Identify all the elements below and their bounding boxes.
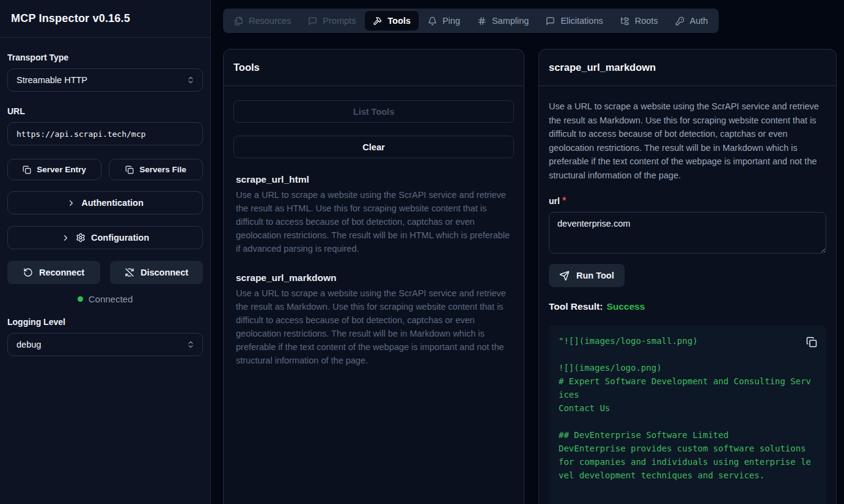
tool-result-label: Tool Result: — [549, 301, 603, 312]
logging-level-label: Logging Level — [7, 317, 203, 327]
tool-description: Use a URL to scrape a website using the … — [549, 100, 826, 182]
tab-auth[interactable]: Auth — [667, 11, 716, 31]
hash-icon — [477, 16, 486, 26]
key-icon — [675, 16, 684, 26]
tool-result-status: Success — [606, 301, 645, 312]
tab-elicitations[interactable]: Elicitations — [538, 11, 611, 31]
tool-list-item-scrape-url-markdown[interactable]: scrape_url_markdown Use a URL to scrape … — [236, 272, 512, 367]
hammer-icon — [373, 16, 382, 26]
server-entry-button[interactable]: Server Entry — [7, 159, 101, 180]
tools-panel: Tools List Tools Clear scrape_url_html U… — [223, 49, 524, 504]
tool-output-block: "![](images/logo-small.png) ![](images/l… — [549, 325, 826, 504]
bell-icon — [428, 16, 437, 26]
gear-icon — [76, 233, 86, 243]
authentication-toggle[interactable]: Authentication — [7, 191, 203, 214]
tool-detail-title: scrape_url_markdown — [549, 62, 656, 73]
tab-tools[interactable]: Tools — [365, 11, 419, 31]
message-square-icon — [308, 16, 317, 26]
clear-button[interactable]: Clear — [233, 136, 514, 158]
folder-tree-icon — [620, 16, 629, 26]
tool-result-line: Tool Result:Success — [549, 301, 826, 312]
servers-file-button[interactable]: Servers File — [109, 159, 203, 180]
copy-icon — [125, 166, 134, 174]
chevron-right-icon — [67, 199, 76, 208]
sidebar-header: MCP Inspector v0.16.5 — [0, 0, 210, 38]
transport-type-label: Transport Type — [7, 53, 203, 62]
app-title: MCP Inspector v0.16.5 — [11, 12, 130, 25]
url-field-label: url — [549, 196, 560, 206]
sidebar: MCP Inspector v0.16.5 Transport Type Str… — [0, 0, 211, 504]
tab-sampling[interactable]: Sampling — [469, 11, 537, 31]
tools-panel-title: Tools — [233, 62, 260, 73]
url-input[interactable] — [7, 122, 203, 145]
tab-prompts[interactable]: Prompts — [300, 11, 364, 31]
configuration-toggle[interactable]: Configuration — [7, 226, 203, 249]
connection-status: Connected — [7, 292, 203, 305]
logging-level-select[interactable]: debug — [7, 333, 203, 356]
message-square-icon — [546, 16, 555, 26]
transport-type-value: Streamable HTTP — [17, 75, 87, 85]
disconnect-button[interactable]: Disconnect — [110, 261, 203, 284]
list-tools-button[interactable]: List Tools — [233, 100, 514, 123]
status-dot — [78, 296, 83, 302]
tool-detail-header: scrape_url_markdown — [539, 49, 836, 86]
logging-level-value: debug — [17, 340, 41, 349]
chevrons-up-down-icon — [186, 340, 195, 349]
url-field-input[interactable]: deventerprise.com — [549, 212, 826, 254]
status-label: Connected — [89, 294, 133, 304]
files-icon — [234, 16, 243, 26]
tab-bar: Resources Prompts Tools Ping Sampling El… — [223, 9, 719, 33]
tool-output-text: "![](images/logo-small.png) ![](images/l… — [559, 334, 813, 482]
tool-detail-panel: scrape_url_markdown Use a URL to scrape … — [538, 49, 837, 504]
tools-panel-header: Tools — [224, 49, 524, 86]
copy-icon — [23, 166, 31, 174]
copy-icon — [806, 337, 817, 348]
chevron-right-icon — [61, 233, 70, 243]
tool-list: scrape_url_html Use a URL to scrape a we… — [224, 158, 524, 367]
refresh-off-icon — [125, 268, 134, 277]
tab-ping[interactable]: Ping — [420, 11, 468, 31]
copy-output-button[interactable] — [805, 335, 818, 349]
tab-roots[interactable]: Roots — [612, 11, 666, 31]
run-tool-button[interactable]: Run Tool — [549, 264, 625, 287]
tool-list-item-scrape-url-html[interactable]: scrape_url_html Use a URL to scrape a we… — [236, 174, 512, 255]
chevrons-up-down-icon — [186, 76, 195, 84]
required-marker: * — [562, 195, 566, 206]
reconnect-button[interactable]: Reconnect — [7, 261, 100, 284]
send-icon — [559, 271, 570, 281]
rotate-ccw-icon — [23, 268, 33, 277]
tab-resources[interactable]: Resources — [226, 11, 299, 31]
url-label: URL — [7, 106, 203, 116]
transport-type-select[interactable]: Streamable HTTP — [7, 68, 203, 92]
